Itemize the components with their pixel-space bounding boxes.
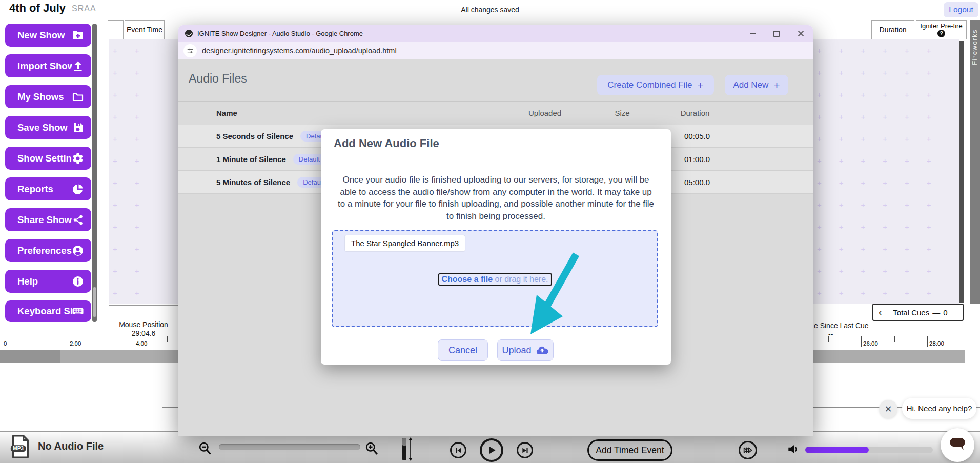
floppy-icon	[72, 122, 84, 134]
sidebar-item-help[interactable]: Help	[5, 270, 91, 293]
sidebar-item-label: New Show	[17, 30, 72, 41]
sidebar-item-reports[interactable]: Reports	[5, 177, 91, 200]
selected-file-chip: The Star Spangled Banner.mp3	[345, 235, 465, 251]
audio-file-name: 1 Minute of Silence	[216, 155, 286, 164]
skip-to-end-button[interactable]	[517, 442, 533, 458]
site-settings-icon[interactable]	[183, 44, 197, 57]
play-button[interactable]	[480, 438, 503, 462]
folder-plus-icon	[72, 29, 84, 42]
gear-icon	[72, 152, 84, 165]
chat-bubble-icon	[948, 436, 967, 454]
sidebar-item-show-settings[interactable]: Show Settings	[5, 147, 91, 170]
speaker-icon[interactable]	[786, 442, 801, 458]
column-header-name: Name	[216, 109, 237, 117]
sidebar-item-label: Share Show	[17, 214, 72, 226]
skip-to-start-button[interactable]	[450, 442, 466, 458]
sidebar-item-save-show[interactable]: Save Show	[5, 116, 91, 139]
ruler-label: 2:00	[70, 340, 81, 347]
ruler-label: 4:00	[136, 340, 147, 347]
org-label: SRAA	[72, 4, 96, 13]
url-text[interactable]: designer.ignitefiringsystems.com/audio_u…	[202, 47, 397, 55]
sidebar-scrollbar[interactable]	[92, 24, 97, 322]
timeline-scrollbar-thumb[interactable]	[0, 350, 60, 363]
sidebar-item-import-show[interactable]: Import Show	[5, 54, 91, 77]
info-icon	[72, 275, 84, 288]
audio-file-name: 5 Seconds of Silence	[216, 132, 293, 140]
total-cues-box: ‹ Total Cues — 0	[872, 304, 964, 321]
sidebar-item-label: Preferences	[17, 245, 72, 256]
ruler-label: 26:00	[863, 340, 878, 347]
help-question-icon[interactable]: ?	[937, 30, 945, 37]
logout-button[interactable]: Logout	[944, 2, 978, 17]
chat-widget-button[interactable]	[941, 428, 974, 462]
show-title: 4th of July	[9, 2, 66, 15]
choose-file-link[interactable]: Choose a file	[441, 275, 493, 284]
upload-button[interactable]: Upload	[497, 339, 554, 361]
volume-slider[interactable]	[805, 447, 933, 453]
drag-here-text: or drag it here.	[495, 275, 548, 284]
add-new-button[interactable]: Add New +	[725, 75, 788, 95]
chrome-urlbar[interactable]: designer.ignitefiringsystems.com/audio_u…	[178, 42, 813, 59]
file-dropzone[interactable]: The Star Spangled Banner.mp3 Choose a fi…	[332, 230, 658, 327]
create-combined-file-button[interactable]: Create Combined File +	[597, 75, 714, 95]
ruler-tick	[961, 336, 961, 342]
person-icon	[72, 245, 84, 257]
sidebar-item-new-show[interactable]: New Show	[5, 24, 91, 47]
chrome-favicon	[185, 29, 193, 38]
sidebar-item-keyboard-shortcuts[interactable]: Keyboard Shortcuts	[5, 300, 91, 322]
grid-corner-header	[108, 20, 124, 39]
mouse-position-readout: Mouse Position 29:04.6	[109, 320, 178, 338]
upload-icon	[72, 60, 84, 72]
column-header-size: Size	[615, 109, 629, 117]
zoom-out-icon[interactable]	[198, 441, 213, 458]
zoom-in-icon[interactable]	[364, 441, 380, 458]
vertical-zoom-slider[interactable]	[401, 437, 414, 463]
add-timed-event-button[interactable]: Add Timed Event	[587, 439, 672, 461]
cancel-button[interactable]: Cancel	[438, 339, 488, 361]
mp3-file-icon: MP3	[8, 434, 32, 459]
no-audio-file-label: No Audio File	[38, 440, 104, 452]
zoom-slider[interactable]	[219, 444, 360, 450]
ruler-tick	[828, 336, 829, 342]
sidebar-item-label: Save Show	[17, 122, 72, 133]
close-icon[interactable]	[792, 28, 809, 39]
chat-close-icon[interactable]: ✕	[879, 400, 897, 418]
sidebar-item-share-show[interactable]: Share Show	[5, 208, 91, 231]
event-time-header: Event Time	[125, 20, 165, 39]
chevron-left-icon[interactable]: ‹	[879, 307, 882, 318]
svg-text:MP3: MP3	[13, 446, 24, 451]
audio-file-duration: 00:05.0	[684, 132, 710, 140]
column-header-uploaded: Uploaded	[528, 109, 561, 117]
choose-file-control[interactable]: Choose a file or drag it here.	[438, 273, 552, 286]
plus-icon: +	[698, 79, 704, 91]
igniter-prefire-header: Igniter Pre-fire ?	[916, 20, 967, 39]
audio-file-name: 5 Minutes of Silence	[216, 178, 290, 187]
cue-grid-right[interactable]: ++++++++++++++++++++++++++++++++++++++++…	[813, 39, 959, 304]
maximize-icon[interactable]	[768, 28, 785, 39]
chat-greeting[interactable]: Hi. Need any help?	[902, 398, 976, 419]
ruler-tick	[101, 336, 101, 342]
add-new-audio-file-dialog: Add New Audio File Once your audio file …	[321, 129, 671, 365]
igniter-prefire-label: Igniter Pre-fire	[920, 22, 962, 30]
sidebar-item-my-shows[interactable]: My Shows	[5, 85, 91, 108]
minimize-icon[interactable]	[744, 28, 761, 39]
sidebar-scrollbar-thumb[interactable]	[93, 287, 96, 317]
sidebar-item-label: Import Show	[17, 61, 72, 72]
duration-header: Duration	[871, 20, 914, 39]
cue-grid-left[interactable]: ++++++++++++++++++++++++++++++++++++++++…	[109, 39, 178, 304]
grid-scrollbar[interactable]	[959, 41, 964, 303]
chrome-titlebar[interactable]: IGNITE Show Designer - Audio Studio - Go…	[178, 25, 813, 42]
ruler-tick	[68, 336, 68, 347]
pie-chart-icon	[72, 183, 84, 195]
ruler-label: 0	[4, 340, 7, 347]
fireworks-panel-strip[interactable]: Fireworks	[970, 20, 980, 304]
folder-icon	[72, 91, 84, 103]
sidebar-item-label: Help	[17, 276, 72, 287]
lane-divider	[109, 305, 178, 306]
sidebar-item-preferences[interactable]: Preferences	[5, 239, 91, 262]
heading-divider	[178, 101, 813, 102]
ruler-tick	[35, 336, 35, 342]
fast-forward-icon[interactable]	[739, 441, 757, 459]
total-cues-label: Total Cues	[893, 308, 929, 317]
sidebar-item-label: Reports	[17, 184, 72, 195]
